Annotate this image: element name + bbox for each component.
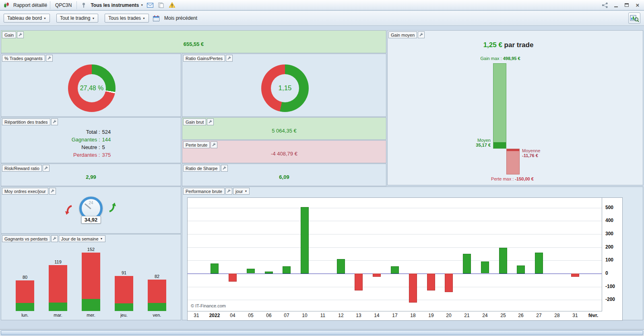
wrench-icon[interactable] bbox=[225, 188, 232, 195]
weekday-label: mer. bbox=[87, 313, 95, 318]
wrench-icon[interactable] bbox=[51, 118, 58, 125]
performance-period-dropdown[interactable]: jour▼ bbox=[233, 188, 250, 195]
loss-range-bar bbox=[506, 149, 520, 174]
panel-winners-vs-losers: Gagnants vs perdants Jour de la semaine▼… bbox=[1, 234, 181, 320]
x-axis-label: 20 bbox=[440, 313, 458, 318]
wrench-icon[interactable] bbox=[51, 235, 58, 242]
average-gain-headline: 1,25 € par trade bbox=[388, 41, 629, 49]
pin-icon[interactable] bbox=[80, 1, 88, 9]
gross-loss-value: -4 408,79 € bbox=[182, 151, 386, 157]
chevron-down-icon: ▼ bbox=[142, 17, 145, 20]
weekday-label: mar. bbox=[54, 313, 62, 318]
neutral-row: Neutre :5 bbox=[1, 143, 181, 151]
performance-bar bbox=[463, 254, 471, 274]
wrench-icon[interactable] bbox=[46, 55, 53, 62]
close-button[interactable]: × bbox=[634, 2, 642, 9]
y-axis: 5004003002001000-100-200 bbox=[605, 198, 622, 311]
weekday-bar-group: 82ven. bbox=[140, 274, 173, 318]
performance-bar bbox=[373, 274, 381, 277]
gross-gain-value: 5 064,35 € bbox=[182, 128, 386, 134]
weekday-bar-group: 152mer. bbox=[74, 247, 107, 318]
panel-trade-breakdown-title: Répartition des trades bbox=[2, 118, 50, 125]
trading-scope-label: Tout le trading bbox=[60, 15, 90, 21]
x-axis-label: 12 bbox=[332, 313, 350, 318]
chart-settings-icon[interactable] bbox=[628, 12, 640, 24]
dashboard-dropdown[interactable]: Tableau de bord▼ bbox=[4, 14, 50, 23]
chevron-down-icon: ▼ bbox=[92, 17, 95, 20]
average-gain-suffix: par trade bbox=[502, 41, 533, 49]
panel-sharpe-ratio-title: Ratio de Sharpe bbox=[183, 165, 220, 172]
performance-bar bbox=[283, 266, 291, 274]
scrollbar-thumb[interactable] bbox=[1, 330, 643, 335]
weekday-bar-group: 80lun. bbox=[8, 275, 41, 318]
trades-filter-dropdown[interactable]: Tous les trades▼ bbox=[105, 14, 149, 23]
horizontal-scrollbar[interactable] bbox=[0, 329, 644, 336]
stacked-bar bbox=[16, 280, 34, 311]
x-axis-label: 19 bbox=[422, 313, 440, 318]
wrench-icon[interactable] bbox=[49, 188, 56, 195]
instruments-dropdown[interactable]: Tous les instruments▼ bbox=[91, 2, 143, 8]
x-axis-label: 25 bbox=[494, 313, 512, 318]
panel-trade-breakdown: Répartition des trades Total :524 Gagnan… bbox=[1, 117, 181, 163]
risk-reward-value: 2,99 bbox=[1, 174, 181, 180]
weekday-dropdown[interactable]: Jour de la semaine▼ bbox=[59, 235, 105, 242]
performance-bar bbox=[337, 259, 345, 274]
wrench-icon[interactable] bbox=[211, 141, 217, 148]
trading-scope-dropdown[interactable]: Tout le trading▼ bbox=[56, 14, 98, 23]
minimize-button[interactable] bbox=[612, 2, 620, 9]
tab-qpc3n[interactable]: QPC3N bbox=[50, 1, 77, 9]
x-axis-label: 13 bbox=[350, 313, 367, 318]
gridline bbox=[188, 300, 602, 300]
weekday-label: jeu. bbox=[120, 313, 128, 318]
copy-icon[interactable] bbox=[157, 1, 165, 9]
wrench-icon[interactable] bbox=[226, 55, 233, 62]
wrench-icon[interactable] bbox=[43, 165, 50, 172]
calendar-icon[interactable] bbox=[152, 14, 160, 22]
x-axis-label: 06 bbox=[260, 313, 278, 318]
y-axis-label: 100 bbox=[605, 257, 613, 263]
panel-average-gain: Gain moyen 1,25 € par trade Gain max : 4… bbox=[387, 30, 643, 185]
envelope-icon[interactable] bbox=[146, 1, 154, 9]
y-axis-label: 500 bbox=[605, 205, 613, 210]
x-axis-label: 31 bbox=[188, 313, 205, 318]
panel-performance: Performance brute jour▼ 5004003002001000… bbox=[182, 187, 643, 320]
panel-average-gain-title: Gain moyen bbox=[388, 31, 417, 38]
window-title: Rapport détaillé bbox=[13, 2, 47, 8]
x-axis-label: 17 bbox=[386, 313, 404, 318]
gain-loss-ratio-donut: 1,15 bbox=[261, 64, 309, 112]
watermark: © IT-Finance.com bbox=[191, 303, 226, 308]
share-icon[interactable] bbox=[601, 1, 609, 9]
title-bar: Rapport détaillé QPC3N Tous les instrume… bbox=[0, 0, 644, 10]
x-axis-label: 11 bbox=[314, 313, 332, 318]
average-gain-marker bbox=[493, 142, 506, 148]
winning-trades-pct: 27,48 % bbox=[68, 85, 116, 92]
red-down-arrow-icon bbox=[65, 205, 73, 216]
wrench-icon[interactable] bbox=[17, 31, 24, 38]
chevron-down-icon: ▼ bbox=[43, 17, 46, 20]
winners-segment bbox=[82, 299, 100, 311]
stacked-bar bbox=[82, 253, 100, 311]
gridline bbox=[188, 247, 602, 248]
y-axis-label: 200 bbox=[605, 244, 613, 250]
chevron-down-icon: ▼ bbox=[140, 4, 143, 6]
minimize-icon bbox=[614, 6, 618, 7]
warning-icon[interactable] bbox=[168, 1, 176, 9]
sharpe-ratio-value: 6,09 bbox=[182, 174, 386, 180]
losers-segment bbox=[49, 265, 67, 303]
performance-bar bbox=[499, 248, 507, 274]
wrench-icon[interactable] bbox=[418, 31, 425, 38]
wrench-icon[interactable] bbox=[207, 118, 214, 125]
average-gain-value: 1,25 € bbox=[483, 41, 502, 49]
restore-button[interactable] bbox=[623, 2, 631, 9]
winners-segment bbox=[16, 303, 34, 311]
panel-gain-loss-ratio: Ratio Gains/Pertes 1,15 bbox=[182, 54, 386, 117]
trade-breakdown-table: Total :524 Gagnantes :144 Neutre :5 Perd… bbox=[1, 128, 181, 159]
x-axis: 3120220405060710111213141718192021242526… bbox=[188, 313, 602, 321]
x-axis-label: 28 bbox=[548, 313, 566, 318]
wrench-icon[interactable] bbox=[221, 165, 228, 172]
panel-performance-title: Performance brute bbox=[183, 188, 225, 195]
y-axis-label: -100 bbox=[605, 284, 615, 289]
weekday-chart: 80lun.119mar.152mer.91jeu.82ven. bbox=[8, 245, 173, 318]
panel-winning-trades-title: % Trades gagnants bbox=[2, 55, 45, 62]
panel-gain: Gain 655,55 € bbox=[1, 30, 386, 53]
